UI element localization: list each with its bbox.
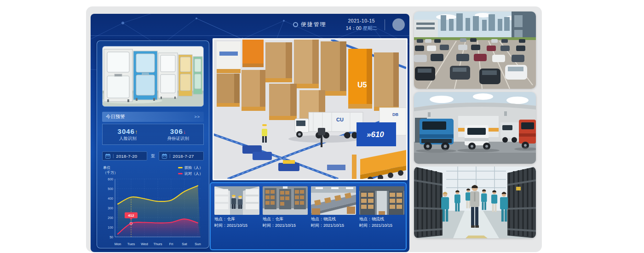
main-monitor-image: U5 DB CU xyxy=(213,38,408,180)
header-divider xyxy=(385,19,385,30)
camera-thumbnail xyxy=(214,186,259,215)
svg-text:400: 400 xyxy=(108,197,113,200)
stat-id-recognition: 306↓ 身份证识别 xyxy=(153,124,204,144)
legend-item: 抓拍（人） xyxy=(178,165,203,170)
page: 便捷管理 2021-10-15 14：00 星期二 xyxy=(0,0,644,253)
chart-top-row: 单位 （千万） 抓拍（人）比对（人） xyxy=(102,165,204,176)
start-date-value: 2018-7-20 xyxy=(116,154,137,159)
legend-label: 比对（人） xyxy=(184,171,203,176)
calendar-icon xyxy=(162,154,167,159)
svg-text:600: 600 xyxy=(108,178,113,181)
up-arrow-icon: ↑ xyxy=(135,129,138,135)
date-btn-separator: | xyxy=(113,154,114,158)
svg-text:500: 500 xyxy=(108,187,113,190)
camera-feed-2[interactable]: 地点：仓库 时间：2021/10/15 xyxy=(263,186,308,246)
camera-time: 时间：2021/10/15 xyxy=(359,222,404,229)
camera-location: 地点：物流线 xyxy=(359,216,404,222)
workers-photo xyxy=(414,167,536,238)
svg-text:Fri: Fri xyxy=(169,242,173,246)
svg-text:CU: CU xyxy=(336,117,344,122)
trend-chart-plot: 60050040030020010050MonTuesWedThursFriSa… xyxy=(102,176,204,250)
legend-label: 抓拍（人） xyxy=(184,165,203,170)
legend-swatch xyxy=(178,167,183,168)
camera-location: 地点：物流线 xyxy=(311,216,356,222)
legend-item: 比对（人） xyxy=(178,171,203,176)
camera-time: 时间：2021/10/15 xyxy=(311,222,356,229)
stat-value: 306↓ xyxy=(170,127,186,135)
header-time: 14：00 xyxy=(346,25,362,31)
content-card: 便捷管理 2021-10-15 14：00 星期二 xyxy=(86,6,542,252)
app-logo-icon xyxy=(293,22,298,27)
camera-time: 时间：2021/10/15 xyxy=(214,222,259,229)
right-gate xyxy=(507,167,536,238)
cabinet-photo xyxy=(102,46,204,107)
camera-thumbnail xyxy=(311,186,356,215)
alert-more-link[interactable]: >> xyxy=(194,115,200,119)
svg-text:200: 200 xyxy=(108,216,113,219)
stat-label: 身份证识别 xyxy=(167,136,190,142)
left-gate xyxy=(414,167,443,238)
date-range-row: | 2018-7-20 至 | 2018-7-27 xyxy=(102,151,204,161)
stat-value: 3046↑ xyxy=(118,127,138,135)
user-avatar[interactable] xyxy=(392,18,405,31)
camera-feed-3[interactable]: 地点：物流线 时间：2021/10/15 xyxy=(311,186,356,246)
camera-panel: 地点：仓库 时间：2021/10/15 地点：仓库 时间：20 xyxy=(210,182,407,250)
svg-text:300: 300 xyxy=(108,207,113,210)
svg-text:Sun: Sun xyxy=(195,242,201,246)
header-datetime: 2021-10-15 14：00 星期二 xyxy=(346,17,377,31)
svg-text:100: 100 xyxy=(108,226,113,229)
svg-text:U5: U5 xyxy=(357,81,367,89)
camera-thumbnail xyxy=(359,186,404,215)
chart-unit-label: 单位 （千万） xyxy=(103,165,118,175)
camera-thumbnail xyxy=(263,186,308,215)
date-range-to-label: 至 xyxy=(151,153,155,159)
calendar-icon xyxy=(105,154,110,159)
svg-text:Sat: Sat xyxy=(182,242,187,246)
alert-section-header: 今日预警 >> xyxy=(102,112,204,122)
chart-legend: 抓拍（人）比对（人） xyxy=(178,165,203,176)
svg-text:412: 412 xyxy=(128,213,134,218)
camera-location: 地点：仓库 xyxy=(263,216,308,222)
date-btn-separator: | xyxy=(169,154,170,158)
svg-text:Wed: Wed xyxy=(141,242,148,246)
down-arrow-icon: ↓ xyxy=(183,129,186,135)
app-title-wrap: 便捷管理 xyxy=(293,21,327,29)
alert-title: 今日预警 xyxy=(106,114,125,120)
dashboard: 便捷管理 2021-10-15 14：00 星期二 xyxy=(91,14,409,252)
sidebar-panel: 今日预警 >> 3046↑ 人脸识别 306↓ 身份证识别 xyxy=(97,40,209,248)
camera-time: 时间：2021/10/15 xyxy=(263,222,308,229)
stat-face-recognition: 3046↑ 人脸识别 xyxy=(103,124,153,144)
svg-text:»610: »610 xyxy=(367,130,384,139)
legend-swatch xyxy=(178,173,183,174)
parking-photo xyxy=(414,12,536,89)
header-weekday: 星期二 xyxy=(363,25,378,31)
dashboard-header: 便捷管理 2021-10-15 14：00 星期二 xyxy=(91,14,409,36)
svg-text:Mon: Mon xyxy=(115,242,121,246)
end-date-picker[interactable]: | 2018-7-27 xyxy=(159,151,204,161)
svg-text:Thurs: Thurs xyxy=(153,242,162,246)
stat-label: 人脸识别 xyxy=(119,136,137,142)
camera-feed-4[interactable]: 地点：物流线 时间：2021/10/15 xyxy=(359,186,404,246)
svg-text:DB: DB xyxy=(392,112,398,117)
header-time-row: 14：00 星期二 xyxy=(346,25,377,32)
svg-text:50: 50 xyxy=(109,236,113,239)
start-date-picker[interactable]: | 2018-7-20 xyxy=(102,151,147,161)
camera-location: 地点：仓库 xyxy=(214,216,259,222)
trend-chart: 单位 （千万） 抓拍（人）比对（人） 60050040030020010050M… xyxy=(102,165,204,250)
trucks-photo xyxy=(414,92,536,164)
end-date-value: 2018-7-27 xyxy=(173,154,194,159)
svg-text:Tues: Tues xyxy=(127,242,135,246)
stats-box: 3046↑ 人脸识别 306↓ 身份证识别 xyxy=(102,124,204,145)
camera-feed-1[interactable]: 地点：仓库 时间：2021/10/15 xyxy=(214,186,259,246)
header-date: 2021-10-15 xyxy=(346,17,377,24)
app-title: 便捷管理 xyxy=(301,21,327,29)
